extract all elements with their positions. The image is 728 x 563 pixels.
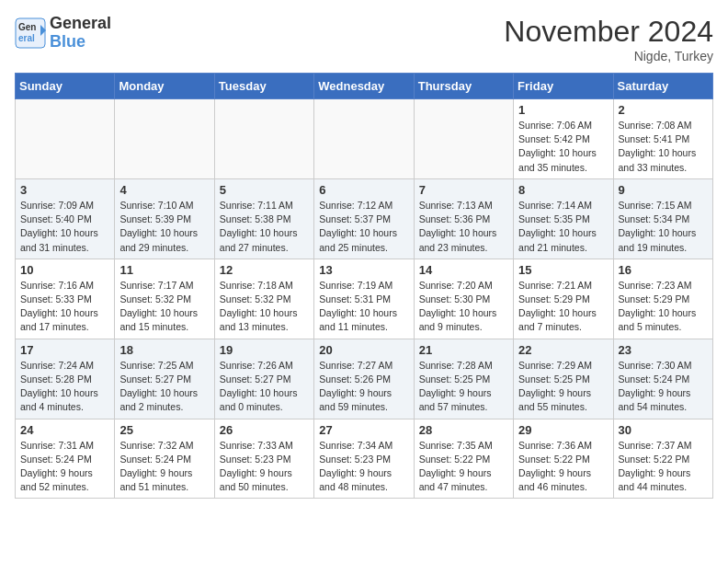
- day-number: 1: [518, 103, 608, 117]
- day-info: Sunrise: 7:27 AMSunset: 5:26 PMDaylight:…: [319, 359, 408, 415]
- calendar-week-row: 3Sunrise: 7:09 AMSunset: 5:40 PMDaylight…: [16, 178, 713, 259]
- calendar-cell: 26Sunrise: 7:33 AMSunset: 5:23 PMDayligh…: [214, 419, 313, 499]
- day-info: Sunrise: 7:31 AMSunset: 5:24 PMDaylight:…: [20, 439, 109, 495]
- calendar-cell: [414, 99, 513, 179]
- calendar-cell: [115, 99, 214, 179]
- month-title: November 2024: [504, 15, 713, 49]
- calendar-cell: [214, 99, 313, 179]
- logo-general-text: General: [50, 15, 111, 33]
- day-number: 3: [20, 183, 109, 197]
- calendar-cell: 16Sunrise: 7:23 AMSunset: 5:29 PMDayligh…: [613, 259, 712, 339]
- day-number: 8: [518, 183, 608, 197]
- day-info: Sunrise: 7:10 AMSunset: 5:39 PMDaylight:…: [119, 199, 209, 255]
- calendar-cell: 27Sunrise: 7:34 AMSunset: 5:23 PMDayligh…: [314, 419, 414, 499]
- day-info: Sunrise: 7:25 AMSunset: 5:27 PMDaylight:…: [119, 359, 209, 415]
- weekday-header-thursday: Thursday: [414, 74, 513, 99]
- title-area: November 2024 Nigde, Turkey: [504, 15, 713, 63]
- day-number: 13: [319, 263, 408, 277]
- calendar-cell: [314, 99, 414, 179]
- svg-text:Gen: Gen: [18, 22, 36, 32]
- day-number: 5: [220, 183, 309, 197]
- calendar-cell: 11Sunrise: 7:17 AMSunset: 5:32 PMDayligh…: [115, 259, 214, 339]
- calendar-cell: 21Sunrise: 7:28 AMSunset: 5:25 PMDayligh…: [414, 339, 513, 419]
- calendar-cell: 25Sunrise: 7:32 AMSunset: 5:24 PMDayligh…: [115, 419, 214, 499]
- day-info: Sunrise: 7:21 AMSunset: 5:29 PMDaylight:…: [518, 279, 608, 335]
- day-info: Sunrise: 7:33 AMSunset: 5:23 PMDaylight:…: [220, 439, 309, 495]
- calendar-cell: 13Sunrise: 7:19 AMSunset: 5:31 PMDayligh…: [314, 259, 414, 339]
- calendar-week-row: 10Sunrise: 7:16 AMSunset: 5:33 PMDayligh…: [16, 259, 713, 339]
- header: Gen eral General Blue November 2024 Nigd…: [15, 15, 713, 63]
- day-number: 29: [518, 423, 608, 437]
- weekday-header-wednesday: Wednesday: [314, 74, 414, 99]
- weekday-header-saturday: Saturday: [613, 74, 712, 99]
- calendar-cell: 1Sunrise: 7:06 AMSunset: 5:42 PMDaylight…: [514, 99, 613, 179]
- day-number: 17: [20, 343, 109, 357]
- day-info: Sunrise: 7:15 AMSunset: 5:34 PMDaylight:…: [619, 199, 708, 255]
- day-number: 24: [20, 423, 109, 437]
- day-number: 22: [518, 343, 608, 357]
- weekday-header-sunday: Sunday: [16, 74, 115, 99]
- calendar-cell: 14Sunrise: 7:20 AMSunset: 5:30 PMDayligh…: [414, 259, 513, 339]
- day-number: 25: [119, 423, 209, 437]
- day-info: Sunrise: 7:06 AMSunset: 5:42 PMDaylight:…: [518, 119, 608, 175]
- day-info: Sunrise: 7:08 AMSunset: 5:41 PMDaylight:…: [619, 119, 708, 175]
- calendar-cell: 20Sunrise: 7:27 AMSunset: 5:26 PMDayligh…: [314, 339, 414, 419]
- day-info: Sunrise: 7:32 AMSunset: 5:24 PMDaylight:…: [119, 439, 209, 495]
- calendar-week-row: 17Sunrise: 7:24 AMSunset: 5:28 PMDayligh…: [16, 339, 713, 419]
- day-number: 12: [220, 263, 309, 277]
- day-info: Sunrise: 7:17 AMSunset: 5:32 PMDaylight:…: [119, 279, 209, 335]
- day-info: Sunrise: 7:29 AMSunset: 5:25 PMDaylight:…: [518, 359, 608, 415]
- day-number: 15: [518, 263, 608, 277]
- day-info: Sunrise: 7:09 AMSunset: 5:40 PMDaylight:…: [20, 199, 109, 255]
- weekday-header-friday: Friday: [514, 74, 613, 99]
- logo-blue-text: Blue: [50, 33, 111, 52]
- day-number: 28: [419, 423, 508, 437]
- calendar-week-row: 24Sunrise: 7:31 AMSunset: 5:24 PMDayligh…: [16, 419, 713, 499]
- svg-text:eral: eral: [18, 33, 35, 43]
- calendar-cell: 8Sunrise: 7:14 AMSunset: 5:35 PMDaylight…: [514, 178, 613, 259]
- day-info: Sunrise: 7:14 AMSunset: 5:35 PMDaylight:…: [518, 199, 608, 255]
- calendar-cell: 2Sunrise: 7:08 AMSunset: 5:41 PMDaylight…: [613, 99, 712, 179]
- calendar-cell: 22Sunrise: 7:29 AMSunset: 5:25 PMDayligh…: [514, 339, 613, 419]
- calendar-cell: 24Sunrise: 7:31 AMSunset: 5:24 PMDayligh…: [16, 419, 115, 499]
- day-info: Sunrise: 7:20 AMSunset: 5:30 PMDaylight:…: [419, 279, 508, 335]
- calendar-cell: 6Sunrise: 7:12 AMSunset: 5:37 PMDaylight…: [314, 178, 414, 259]
- calendar-cell: 23Sunrise: 7:30 AMSunset: 5:24 PMDayligh…: [613, 339, 712, 419]
- location-subtitle: Nigde, Turkey: [504, 49, 713, 63]
- day-info: Sunrise: 7:13 AMSunset: 5:36 PMDaylight:…: [419, 199, 508, 255]
- day-number: 19: [220, 343, 309, 357]
- calendar-cell: 12Sunrise: 7:18 AMSunset: 5:32 PMDayligh…: [214, 259, 313, 339]
- day-info: Sunrise: 7:24 AMSunset: 5:28 PMDaylight:…: [20, 359, 109, 415]
- calendar-cell: 29Sunrise: 7:36 AMSunset: 5:22 PMDayligh…: [514, 419, 613, 499]
- weekday-header-row: SundayMondayTuesdayWednesdayThursdayFrid…: [16, 74, 713, 99]
- day-number: 16: [619, 263, 708, 277]
- calendar-cell: 3Sunrise: 7:09 AMSunset: 5:40 PMDaylight…: [16, 178, 115, 259]
- day-number: 18: [119, 343, 209, 357]
- calendar-cell: [16, 99, 115, 179]
- day-info: Sunrise: 7:26 AMSunset: 5:27 PMDaylight:…: [220, 359, 309, 415]
- calendar-cell: 19Sunrise: 7:26 AMSunset: 5:27 PMDayligh…: [214, 339, 313, 419]
- day-info: Sunrise: 7:12 AMSunset: 5:37 PMDaylight:…: [319, 199, 408, 255]
- day-number: 6: [319, 183, 408, 197]
- day-number: 21: [419, 343, 508, 357]
- calendar-cell: 7Sunrise: 7:13 AMSunset: 5:36 PMDaylight…: [414, 178, 513, 259]
- calendar-cell: 28Sunrise: 7:35 AMSunset: 5:22 PMDayligh…: [414, 419, 513, 499]
- day-info: Sunrise: 7:16 AMSunset: 5:33 PMDaylight:…: [20, 279, 109, 335]
- day-number: 23: [619, 343, 708, 357]
- day-number: 4: [119, 183, 209, 197]
- weekday-header-monday: Monday: [115, 74, 214, 99]
- day-number: 27: [319, 423, 408, 437]
- calendar-cell: 9Sunrise: 7:15 AMSunset: 5:34 PMDaylight…: [613, 178, 712, 259]
- calendar-cell: 30Sunrise: 7:37 AMSunset: 5:22 PMDayligh…: [613, 419, 712, 499]
- day-info: Sunrise: 7:35 AMSunset: 5:22 PMDaylight:…: [419, 439, 508, 495]
- weekday-header-tuesday: Tuesday: [214, 74, 313, 99]
- day-number: 11: [119, 263, 209, 277]
- day-info: Sunrise: 7:30 AMSunset: 5:24 PMDaylight:…: [619, 359, 708, 415]
- logo-wrapper: Gen eral General Blue: [15, 15, 111, 52]
- day-number: 2: [619, 103, 708, 117]
- calendar-table: SundayMondayTuesdayWednesdayThursdayFrid…: [15, 73, 713, 499]
- day-number: 9: [619, 183, 708, 197]
- calendar-cell: 15Sunrise: 7:21 AMSunset: 5:29 PMDayligh…: [514, 259, 613, 339]
- calendar-week-row: 1Sunrise: 7:06 AMSunset: 5:42 PMDaylight…: [16, 99, 713, 179]
- day-info: Sunrise: 7:36 AMSunset: 5:22 PMDaylight:…: [518, 439, 608, 495]
